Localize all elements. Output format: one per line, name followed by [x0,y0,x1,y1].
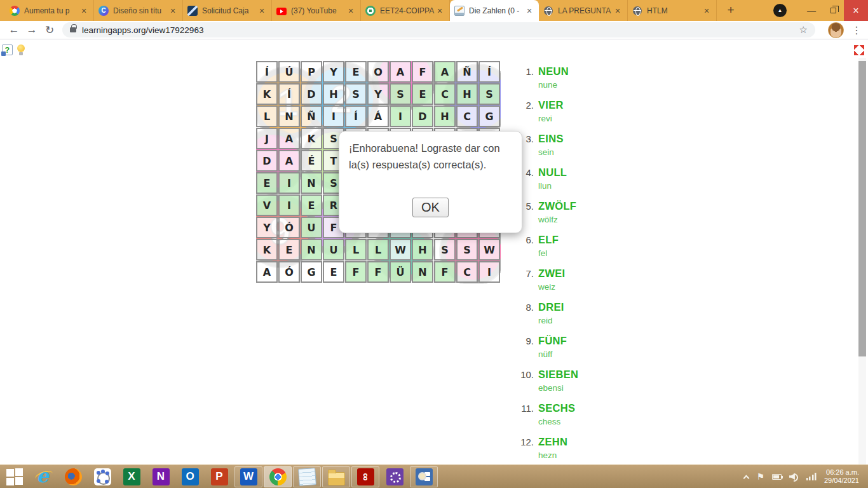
grid-cell[interactable]: S [390,83,411,105]
show-hidden-icons-chevron[interactable] [743,475,750,481]
browser-tab[interactable]: Aumenta tu p× [5,0,94,21]
start-taskbar-button[interactable] [1,466,29,487]
grid-cell[interactable]: F [345,261,367,283]
grid-cell[interactable]: U [301,217,322,238]
grid-cell[interactable]: Í [256,61,278,83]
grid-cell[interactable]: E [301,194,322,216]
grid-cell[interactable]: A [256,261,278,283]
grid-cell[interactable]: F [434,261,456,283]
grid-cell[interactable]: Y [256,217,278,238]
grid-cell[interactable]: L [367,239,389,261]
grid-cell[interactable]: I [390,105,411,127]
grid-cell[interactable]: C [434,83,456,105]
grid-cell[interactable]: E [345,61,367,83]
browser-tab[interactable]: Solicitud Caja× [183,0,272,21]
grid-cell[interactable]: O [367,61,389,83]
grid-cell[interactable]: Í [278,83,300,105]
grid-cell[interactable]: E [278,239,300,261]
browser-tab[interactable]: EET24-COIPPA× [361,0,450,21]
browser-menu-icon[interactable]: ⋮ [850,24,863,36]
tab-close-icon[interactable]: × [257,6,267,16]
grid-cell[interactable]: W [478,239,500,261]
grid-cell[interactable]: E [412,83,433,105]
grid-cell[interactable]: Í [478,61,500,83]
grid-cell[interactable]: A [278,128,300,149]
grid-cell[interactable]: I [278,194,300,216]
grid-cell[interactable]: É [301,150,322,172]
grid-cell[interactable]: U [323,239,344,261]
grid-cell[interactable]: H [456,83,478,105]
grid-cell[interactable]: E [323,261,344,283]
restore-button[interactable] [822,0,844,21]
grid-cell[interactable]: C [456,105,478,127]
grid-cell[interactable]: S [345,83,367,105]
grid-cell[interactable]: G [301,261,322,283]
taskbar-clock[interactable]: 06:26 a.m. 29/04/2021 [824,468,862,485]
ok-button[interactable]: OK [412,198,449,217]
grid-cell[interactable]: D [412,105,433,127]
grid-cell[interactable]: H [323,83,344,105]
excel-taskbar-button[interactable] [118,466,146,487]
grid-cell[interactable]: W [390,239,411,261]
speaker-icon[interactable] [789,473,799,480]
grid-cell[interactable]: A [390,61,411,83]
grid-cell[interactable]: H [412,239,433,261]
grid-cell[interactable]: N [301,239,322,261]
grid-cell[interactable]: C [456,261,478,283]
battery-icon[interactable] [772,474,782,480]
padlock-icon[interactable] [70,27,76,32]
onenote-taskbar-button[interactable] [147,466,175,487]
grid-cell[interactable]: D [301,83,322,105]
grid-cell[interactable]: Y [323,61,344,83]
page-scrollbar[interactable] [858,58,866,464]
acrobat-taskbar-button[interactable] [351,466,379,487]
fullscreen-toggle-icon[interactable] [854,45,864,55]
tab-close-icon[interactable]: × [435,6,445,16]
minimize-button[interactable]: — [801,0,822,21]
grid-cell[interactable]: F [412,61,433,83]
profile-avatar[interactable] [828,22,844,38]
geogebra-taskbar-button[interactable] [88,466,116,487]
grid-cell[interactable]: I [278,172,300,194]
grid-cell[interactable]: F [367,261,389,283]
computer-settings-taskbar-button[interactable] [410,466,438,487]
firefox-taskbar-button[interactable] [59,466,87,487]
new-tab-button[interactable]: + [722,1,740,19]
browser-tab[interactable]: (37) YouTube× [272,0,361,21]
grid-cell[interactable]: Ñ [456,61,478,83]
browser-tab[interactable]: Die Zahlen (0 -× [450,0,539,21]
browser-update-icon[interactable]: ▲ [773,4,787,17]
word-taskbar-button[interactable] [234,466,262,487]
help-icon[interactable] [2,44,13,55]
forward-button[interactable]: → [23,22,41,38]
internet-explorer-taskbar-button[interactable] [30,466,58,487]
scrollbar-thumb[interactable] [858,61,866,356]
back-button[interactable]: ← [5,22,23,38]
close-button[interactable]: × [844,0,868,21]
grid-cell[interactable]: V [256,194,278,216]
notepad-taskbar-button[interactable] [293,466,321,487]
address-bar[interactable]: learningapps.org/view17922963 ☆ [62,22,815,37]
grid-cell[interactable]: Ü [390,261,411,283]
grid-cell[interactable]: N [278,105,300,127]
powerpoint-taskbar-button[interactable] [205,466,233,487]
grid-cell[interactable]: K [256,83,278,105]
grid-cell[interactable]: H [434,105,456,127]
grid-cell[interactable]: Í [345,105,367,127]
tab-close-icon[interactable]: × [613,6,623,16]
grid-cell[interactable]: S [434,239,456,261]
grid-cell[interactable]: Ú [278,61,300,83]
outlook-taskbar-button[interactable] [176,466,204,487]
grid-cell[interactable]: L [345,239,367,261]
grid-cell[interactable]: Ñ [301,105,322,127]
browser-tab[interactable]: LA PREGUNTA× [539,0,628,21]
browser-tab[interactable]: HTLM× [628,0,717,21]
grid-cell[interactable]: Á [367,105,389,127]
grid-cell[interactable]: K [256,239,278,261]
grid-cell[interactable]: P [301,61,322,83]
reload-button[interactable]: ↻ [41,22,58,38]
grid-cell[interactable]: D [256,150,278,172]
file-explorer-taskbar-button[interactable] [322,466,350,487]
grid-cell[interactable]: L [256,105,278,127]
grid-cell[interactable]: I [323,105,344,127]
